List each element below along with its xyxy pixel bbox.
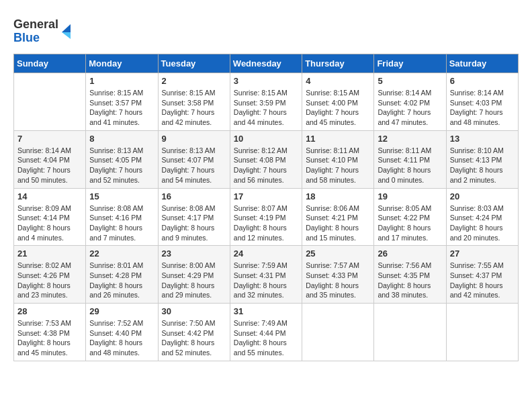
calendar-cell: 31Sunrise: 7:49 AM Sunset: 4:44 PM Dayli… [230, 304, 302, 361]
weekday-header-monday: Monday [86, 54, 158, 73]
day-info: Sunrise: 7:50 AM Sunset: 4:42 PM Dayligh… [162, 318, 226, 358]
calendar-cell: 3Sunrise: 8:15 AM Sunset: 3:59 PM Daylig… [230, 73, 302, 131]
calendar-cell [14, 73, 86, 131]
day-info: Sunrise: 8:03 AM Sunset: 4:24 PM Dayligh… [450, 203, 515, 243]
day-number: 1 [89, 76, 154, 86]
svg-marker-3 [62, 32, 71, 39]
weekday-header-thursday: Thursday [302, 54, 374, 73]
day-info: Sunrise: 8:15 AM Sunset: 4:00 PM Dayligh… [306, 88, 370, 128]
day-number: 24 [234, 248, 298, 259]
weekday-header-saturday: Saturday [446, 54, 518, 73]
day-number: 19 [378, 191, 442, 201]
day-number: 12 [378, 134, 442, 144]
day-number: 25 [306, 248, 370, 259]
day-number: 28 [17, 306, 82, 316]
calendar-cell: 26Sunrise: 7:56 AM Sunset: 4:35 PM Dayli… [374, 246, 446, 304]
day-number: 18 [306, 191, 370, 201]
day-info: Sunrise: 8:13 AM Sunset: 4:07 PM Dayligh… [162, 146, 226, 185]
calendar-cell: 19Sunrise: 8:05 AM Sunset: 4:22 PM Dayli… [374, 188, 446, 246]
calendar-cell: 8Sunrise: 8:13 AM Sunset: 4:05 PM Daylig… [86, 130, 158, 188]
day-info: Sunrise: 7:55 AM Sunset: 4:37 PM Dayligh… [450, 261, 515, 300]
calendar-week-row: 7Sunrise: 8:14 AM Sunset: 4:04 PM Daylig… [14, 130, 519, 188]
svg-text:General: General [13, 17, 58, 31]
calendar-week-row: 14Sunrise: 8:09 AM Sunset: 4:14 PM Dayli… [14, 188, 519, 246]
calendar-cell: 17Sunrise: 8:07 AM Sunset: 4:19 PM Dayli… [230, 188, 302, 246]
day-number: 13 [450, 134, 515, 144]
calendar-cell: 30Sunrise: 7:50 AM Sunset: 4:42 PM Dayli… [158, 304, 230, 361]
day-info: Sunrise: 8:11 AM Sunset: 4:11 PM Dayligh… [378, 146, 442, 185]
calendar-cell: 27Sunrise: 7:55 AM Sunset: 4:37 PM Dayli… [446, 246, 518, 304]
day-info: Sunrise: 8:07 AM Sunset: 4:19 PM Dayligh… [234, 203, 298, 243]
calendar-cell: 16Sunrise: 8:08 AM Sunset: 4:17 PM Dayli… [158, 188, 230, 246]
calendar-cell: 21Sunrise: 8:02 AM Sunset: 4:26 PM Dayli… [14, 246, 86, 304]
day-number: 11 [306, 134, 370, 144]
day-number: 30 [162, 306, 226, 316]
calendar-cell: 5Sunrise: 8:14 AM Sunset: 4:02 PM Daylig… [374, 73, 446, 131]
weekday-header-tuesday: Tuesday [158, 54, 230, 73]
day-number: 31 [234, 306, 298, 316]
weekday-header-row: SundayMondayTuesdayWednesdayThursdayFrid… [14, 54, 519, 73]
day-number: 20 [450, 191, 515, 201]
day-info: Sunrise: 7:59 AM Sunset: 4:31 PM Dayligh… [234, 261, 298, 300]
calendar-week-row: 28Sunrise: 7:53 AM Sunset: 4:38 PM Dayli… [14, 304, 519, 361]
day-number: 26 [378, 248, 442, 259]
calendar-cell: 6Sunrise: 8:14 AM Sunset: 4:03 PM Daylig… [446, 73, 518, 131]
day-number: 7 [17, 134, 82, 144]
day-number: 22 [89, 248, 154, 259]
calendar-cell [446, 304, 518, 361]
day-number: 14 [17, 191, 82, 201]
calendar-cell: 23Sunrise: 8:00 AM Sunset: 4:29 PM Dayli… [158, 246, 230, 304]
day-number: 6 [450, 76, 515, 86]
calendar-cell: 13Sunrise: 8:10 AM Sunset: 4:13 PM Dayli… [446, 130, 518, 188]
calendar-cell [302, 304, 374, 361]
day-info: Sunrise: 8:13 AM Sunset: 4:05 PM Dayligh… [89, 146, 154, 185]
day-info: Sunrise: 7:49 AM Sunset: 4:44 PM Dayligh… [234, 318, 298, 358]
calendar-cell: 11Sunrise: 8:11 AM Sunset: 4:10 PM Dayli… [302, 130, 374, 188]
day-number: 23 [162, 248, 226, 259]
day-number: 3 [234, 76, 298, 86]
logo: General Blue [13, 13, 74, 47]
day-info: Sunrise: 7:52 AM Sunset: 4:40 PM Dayligh… [89, 318, 154, 358]
day-info: Sunrise: 8:10 AM Sunset: 4:13 PM Dayligh… [450, 146, 515, 185]
day-info: Sunrise: 8:06 AM Sunset: 4:21 PM Dayligh… [306, 203, 370, 243]
calendar-cell: 28Sunrise: 7:53 AM Sunset: 4:38 PM Dayli… [14, 304, 86, 361]
day-number: 17 [234, 191, 298, 201]
day-info: Sunrise: 8:14 AM Sunset: 4:02 PM Dayligh… [378, 88, 442, 128]
calendar-cell: 15Sunrise: 8:08 AM Sunset: 4:16 PM Dayli… [86, 188, 158, 246]
day-info: Sunrise: 8:15 AM Sunset: 3:57 PM Dayligh… [89, 88, 154, 128]
day-number: 5 [378, 76, 442, 86]
day-info: Sunrise: 7:57 AM Sunset: 4:33 PM Dayligh… [306, 261, 370, 300]
page-header: General Blue [13, 13, 519, 47]
calendar-cell: 24Sunrise: 7:59 AM Sunset: 4:31 PM Dayli… [230, 246, 302, 304]
day-info: Sunrise: 7:53 AM Sunset: 4:38 PM Dayligh… [17, 318, 82, 358]
day-info: Sunrise: 8:14 AM Sunset: 4:03 PM Dayligh… [450, 88, 515, 128]
calendar-cell: 12Sunrise: 8:11 AM Sunset: 4:11 PM Dayli… [374, 130, 446, 188]
calendar-cell: 29Sunrise: 7:52 AM Sunset: 4:40 PM Dayli… [86, 304, 158, 361]
weekday-header-sunday: Sunday [14, 54, 86, 73]
day-info: Sunrise: 8:09 AM Sunset: 4:14 PM Dayligh… [17, 203, 82, 243]
day-info: Sunrise: 8:14 AM Sunset: 4:04 PM Dayligh… [17, 146, 82, 185]
day-info: Sunrise: 8:12 AM Sunset: 4:08 PM Dayligh… [234, 146, 298, 185]
calendar-cell: 20Sunrise: 8:03 AM Sunset: 4:24 PM Dayli… [446, 188, 518, 246]
day-info: Sunrise: 8:15 AM Sunset: 3:59 PM Dayligh… [234, 88, 298, 128]
logo-icon: General Blue [13, 13, 74, 47]
calendar-cell: 25Sunrise: 7:57 AM Sunset: 4:33 PM Dayli… [302, 246, 374, 304]
calendar-cell: 14Sunrise: 8:09 AM Sunset: 4:14 PM Dayli… [14, 188, 86, 246]
day-info: Sunrise: 8:15 AM Sunset: 3:58 PM Dayligh… [162, 88, 226, 128]
day-info: Sunrise: 8:08 AM Sunset: 4:16 PM Dayligh… [89, 203, 154, 243]
svg-text:Blue: Blue [13, 31, 40, 44]
calendar-cell: 1Sunrise: 8:15 AM Sunset: 3:57 PM Daylig… [86, 73, 158, 131]
day-info: Sunrise: 7:56 AM Sunset: 4:35 PM Dayligh… [378, 261, 442, 300]
calendar-cell: 18Sunrise: 8:06 AM Sunset: 4:21 PM Dayli… [302, 188, 374, 246]
calendar-cell: 22Sunrise: 8:01 AM Sunset: 4:28 PM Dayli… [86, 246, 158, 304]
svg-marker-2 [62, 24, 71, 32]
day-number: 8 [89, 134, 154, 144]
day-info: Sunrise: 8:02 AM Sunset: 4:26 PM Dayligh… [17, 261, 82, 300]
day-number: 21 [17, 248, 82, 259]
day-number: 29 [89, 306, 154, 316]
day-number: 15 [89, 191, 154, 201]
calendar-cell: 2Sunrise: 8:15 AM Sunset: 3:58 PM Daylig… [158, 73, 230, 131]
day-info: Sunrise: 8:08 AM Sunset: 4:17 PM Dayligh… [162, 203, 226, 243]
day-info: Sunrise: 8:01 AM Sunset: 4:28 PM Dayligh… [89, 261, 154, 300]
day-number: 10 [234, 134, 298, 144]
